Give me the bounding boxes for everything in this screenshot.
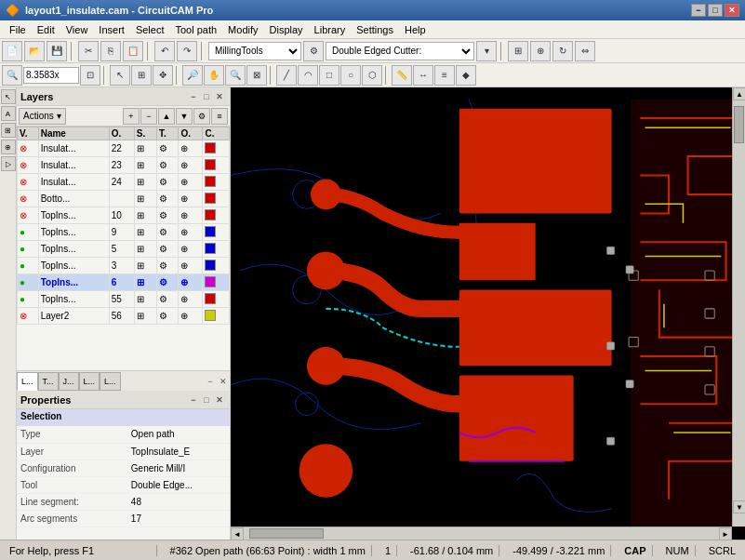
layer-row[interactable]: ⊗ Insulat... 23 ⊞ ⚙ ⊕ (18, 157, 230, 174)
draw-arc-btn[interactable]: ◠ (298, 65, 318, 86)
layer-o2[interactable]: ⊕ (179, 140, 203, 157)
scrollbar-v-thumb[interactable] (734, 106, 744, 143)
props-float-btn[interactable]: □ (200, 393, 213, 407)
layer-row[interactable]: ⊗ Insulat... 24 ⊞ ⚙ ⊕ (18, 174, 230, 191)
layer-visible[interactable]: ● (18, 241, 39, 258)
actions-button[interactable]: Actions ▾ (19, 108, 66, 125)
layer-o2[interactable]: ⊕ (179, 157, 203, 174)
zoom-fit-btn[interactable]: ⊡ (80, 65, 100, 86)
zoom-out-btn[interactable]: 🔍 (225, 65, 246, 86)
save-btn[interactable]: 💾 (47, 41, 67, 61)
tab-t1[interactable]: T... (38, 372, 59, 391)
left-btn-2[interactable]: A (1, 106, 16, 121)
close-button[interactable]: ✕ (725, 4, 739, 17)
menu-insert[interactable]: Insert (93, 22, 130, 37)
layer-o2[interactable]: ⊕ (179, 191, 203, 207)
left-btn-5[interactable]: ▷ (1, 156, 16, 171)
layer-visible[interactable]: ● (18, 291, 39, 308)
layer-row[interactable]: ⊗ Botto... ⊞ ⚙ ⊕ (18, 191, 230, 207)
layer-visible[interactable]: ⊗ (18, 308, 39, 325)
layer-color[interactable] (203, 207, 230, 224)
layer-o2[interactable]: ⊕ (179, 258, 203, 274)
layers-close-btn[interactable]: ✕ (213, 90, 226, 103)
tab-l3[interactable]: L... (100, 372, 121, 391)
paste-btn[interactable]: 📋 (123, 41, 143, 61)
rotate-btn[interactable]: ↻ (552, 41, 573, 61)
cutter-settings-btn[interactable]: ▾ (476, 41, 497, 61)
scrollbar-h-thumb[interactable] (249, 528, 324, 539)
select-btn[interactable]: ↖ (110, 65, 130, 86)
select2-btn[interactable]: ⊞ (131, 65, 152, 86)
layer-row[interactable]: ● TopIns... 6 ⊞ ⚙ ⊕ (18, 274, 230, 291)
layer-row[interactable]: ⊗ TopIns... 10 ⊞ ⚙ ⊕ (18, 207, 230, 224)
cut-btn[interactable]: ✂ (78, 41, 99, 61)
menu-file[interactable]: File (4, 22, 32, 37)
tool-settings-btn[interactable]: ⚙ (303, 41, 324, 61)
tab-j1[interactable]: J... (59, 372, 79, 391)
layer-o2[interactable]: ⊕ (179, 174, 203, 191)
props-pin-btn[interactable]: − (187, 393, 200, 407)
layer-visible[interactable]: ⊗ (18, 157, 39, 174)
snap-btn[interactable]: ⊕ (530, 41, 551, 61)
left-btn-4[interactable]: ⊕ (1, 140, 16, 154)
maximize-button[interactable]: □ (708, 4, 723, 17)
layer-row[interactable]: ● TopIns... 9 ⊞ ⚙ ⊕ (18, 224, 230, 241)
node-btn[interactable]: ◆ (456, 65, 476, 86)
layer-color[interactable] (203, 258, 230, 274)
undo-btn[interactable]: ↶ (154, 41, 175, 61)
layer-visible[interactable]: ⊗ (18, 207, 39, 224)
mirror-btn[interactable]: ⇔ (575, 41, 595, 61)
dimension-btn[interactable]: ↔ (413, 65, 433, 86)
move-btn[interactable]: ✥ (153, 65, 173, 86)
draw-rect-btn[interactable]: □ (319, 65, 339, 86)
grid-btn[interactable]: ⊞ (508, 41, 528, 61)
layer-row[interactable]: ⊗ Insulat... 22 ⊞ ⚙ ⊕ (18, 140, 230, 157)
layer-color[interactable] (203, 157, 230, 174)
layer-color[interactable] (203, 174, 230, 191)
layer-visible[interactable]: ● (18, 274, 39, 291)
menu-display[interactable]: Display (264, 22, 309, 37)
scrollbar-horizontal[interactable]: ◄ ► (231, 527, 732, 540)
menu-view[interactable]: View (60, 22, 94, 37)
scroll-left-btn[interactable]: ◄ (231, 527, 244, 540)
layer-o2[interactable]: ⊕ (179, 207, 203, 224)
layers-pin-btn[interactable]: − (187, 90, 200, 103)
layer-o2[interactable]: ⊕ (179, 291, 203, 308)
align-btn[interactable]: ≡ (434, 65, 455, 86)
tab-close-btn[interactable]: ✕ (217, 375, 230, 388)
layer-row[interactable]: ● TopIns... 5 ⊞ ⚙ ⊕ (18, 241, 230, 258)
menu-library[interactable]: Library (309, 22, 352, 37)
layer-visible[interactable]: ⊗ (18, 191, 39, 207)
draw-poly-btn[interactable]: ⬡ (362, 65, 382, 86)
layers-down-btn[interactable]: ▼ (176, 108, 193, 125)
layer-o2[interactable]: ⊕ (179, 274, 203, 291)
props-close-btn[interactable]: ✕ (213, 393, 226, 407)
menu-select[interactable]: Select (130, 22, 170, 37)
scrollbar-vertical[interactable]: ▲ ▼ (732, 87, 745, 527)
layers-float-btn[interactable]: □ (200, 90, 213, 103)
minimize-button[interactable]: − (691, 4, 706, 17)
measure-btn[interactable]: 📏 (392, 65, 412, 86)
layers-up-btn[interactable]: ▲ (158, 108, 175, 125)
layer-color[interactable] (203, 140, 230, 157)
canvas-area[interactable]: ▲ ▼ ◄ ► (231, 87, 745, 540)
layer-color[interactable] (203, 291, 230, 308)
zoom-area-btn[interactable]: 🔎 (182, 65, 203, 86)
open-btn[interactable]: 📂 (24, 41, 45, 61)
menu-toolpath[interactable]: Tool path (169, 22, 222, 37)
tab-l2[interactable]: L... (79, 372, 100, 391)
layer-color[interactable] (203, 308, 230, 325)
layer-visible[interactable]: ⊗ (18, 174, 39, 191)
layer-visible[interactable]: ⊗ (18, 140, 39, 157)
draw-line-btn[interactable]: ╱ (276, 65, 297, 86)
left-btn-1[interactable]: ↖ (1, 89, 16, 104)
layers-scroll-area[interactable]: V. Name O. S. T. O. C. ⊗ Insulat... 22 ⊞… (17, 127, 230, 370)
menu-modify[interactable]: Modify (222, 22, 263, 37)
copy-btn[interactable]: ⎘ (100, 41, 121, 61)
scroll-down-btn[interactable]: ▼ (733, 500, 745, 513)
cutter-dropdown[interactable]: Double Edged Cutter: (326, 42, 474, 60)
menu-help[interactable]: Help (399, 22, 432, 37)
layer-color[interactable] (203, 224, 230, 241)
milling-tool-dropdown[interactable]: MillingTools (208, 42, 301, 60)
redo-btn[interactable]: ↷ (177, 41, 197, 61)
